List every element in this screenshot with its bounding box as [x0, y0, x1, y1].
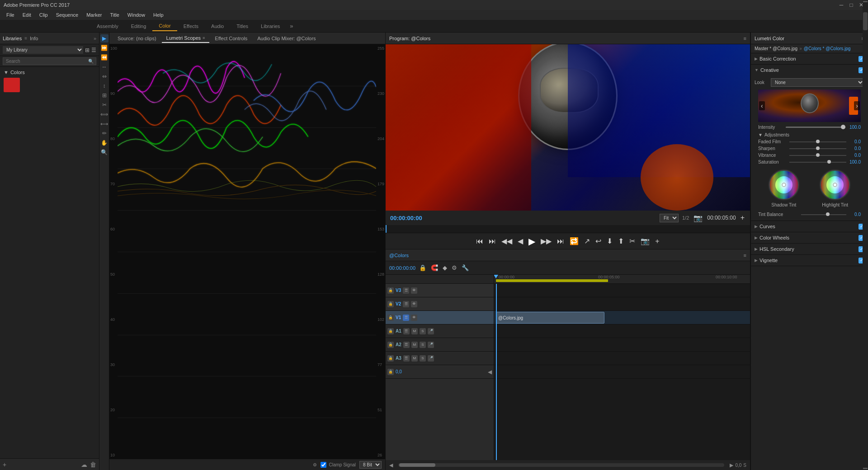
- play-back-btn[interactable]: ◀: [517, 236, 524, 246]
- track-solo-a3[interactable]: S: [420, 355, 426, 362]
- library-dropdown[interactable]: My Library: [3, 46, 83, 54]
- tl-wrench-btn[interactable]: 🔧: [461, 263, 470, 272]
- vibrance-track[interactable]: [789, 155, 846, 156]
- track-toggle-v2[interactable]: ☰: [403, 301, 409, 307]
- track-mute-a2[interactable]: M: [411, 342, 418, 348]
- menu-sequence[interactable]: Sequence: [52, 11, 82, 19]
- track-lock-a1[interactable]: 🔒: [387, 328, 394, 334]
- source-tab[interactable]: Source: (no clips): [113, 34, 161, 42]
- lift-btn[interactable]: ⬆: [617, 236, 625, 246]
- track-record-a1[interactable]: 🎤: [428, 328, 434, 334]
- track-toggle-a2[interactable]: ☰: [403, 342, 410, 348]
- track-lock-v3[interactable]: 🔒: [387, 287, 394, 294]
- slip-tool-btn[interactable]: ⟺: [100, 110, 108, 118]
- library-cloud-btn[interactable]: ☁: [81, 461, 87, 468]
- workspace-more-btn[interactable]: »: [286, 21, 297, 31]
- ripple-edit-btn[interactable]: ↔: [100, 63, 108, 71]
- track-record-a2[interactable]: 🎤: [428, 342, 434, 348]
- extract-btn[interactable]: ✂: [628, 236, 636, 246]
- slide-tool-btn[interactable]: ⟷: [100, 120, 108, 128]
- tab-titles[interactable]: Titles: [230, 22, 255, 31]
- track-visibility-v2[interactable]: 👁: [411, 301, 417, 307]
- library-trash-btn[interactable]: 🗑: [90, 461, 96, 468]
- menu-clip[interactable]: Clip: [36, 11, 52, 19]
- hand-tool-btn[interactable]: ✋: [100, 139, 108, 147]
- track-mute-a3[interactable]: M: [411, 355, 418, 362]
- tab-assembly[interactable]: Assembly: [90, 22, 125, 31]
- tab-libraries-lib[interactable]: Libraries: [3, 36, 22, 41]
- menu-window[interactable]: Window: [124, 11, 149, 19]
- track-mute-a1[interactable]: M: [411, 328, 418, 334]
- export-frame-btn[interactable]: ↗: [583, 236, 591, 246]
- track-backward-btn[interactable]: ⏪: [100, 53, 108, 61]
- libraries-menu-icon[interactable]: ≡: [24, 36, 27, 41]
- menu-title[interactable]: Title: [106, 11, 123, 19]
- rolling-edit-btn[interactable]: ⇔: [100, 72, 108, 80]
- effect-controls-tab[interactable]: Effect Controls: [210, 34, 252, 42]
- preview-next-btn[interactable]: ›: [854, 101, 860, 110]
- track-lock-v2[interactable]: 🔒: [387, 301, 394, 307]
- tab-libraries[interactable]: Libraries: [255, 22, 286, 31]
- saturation-thumb[interactable]: [827, 160, 831, 164]
- color-swatch-red[interactable]: [4, 78, 20, 92]
- pen-tool-btn[interactable]: ✏: [100, 129, 108, 137]
- track-toggle-a3[interactable]: ☰: [403, 355, 410, 362]
- track-solo-a2[interactable]: S: [420, 342, 426, 348]
- track-lock-v1[interactable]: 🔒: [387, 315, 394, 321]
- shadow-tint-wheel[interactable]: [768, 169, 800, 201]
- play-forward-btn[interactable]: ▶▶: [540, 236, 552, 246]
- timeline-scroll-bar[interactable]: [398, 463, 724, 467]
- maximize-btn[interactable]: □: [848, 2, 854, 8]
- highlight-tint-wheel[interactable]: [819, 169, 851, 201]
- tab-color[interactable]: Color: [152, 21, 177, 31]
- tl-settings-btn[interactable]: ⚙: [451, 263, 458, 272]
- loop-btn[interactable]: 🔁: [569, 236, 580, 246]
- intensity-slider-track[interactable]: [786, 127, 845, 128]
- track-visibility-v3[interactable]: 👁: [411, 287, 417, 294]
- step-back-btn[interactable]: ⏭: [488, 236, 497, 246]
- minimize-btn[interactable]: ─: [838, 2, 844, 8]
- window-controls[interactable]: ─ □ ✕: [838, 2, 864, 8]
- add-marker-transport-btn[interactable]: +: [654, 236, 660, 246]
- look-dropdown[interactable]: None: [771, 78, 864, 87]
- tab-info[interactable]: Info: [30, 36, 38, 41]
- saturation-track[interactable]: [789, 162, 846, 163]
- track-toggle-a1[interactable]: ☰: [403, 328, 410, 334]
- library-add-btn[interactable]: +: [3, 461, 6, 468]
- track-forward-btn[interactable]: ⏩: [100, 44, 108, 52]
- lumetri-scopes-menu[interactable]: ≡: [203, 36, 205, 40]
- select-tool-btn[interactable]: ▶: [100, 34, 108, 42]
- track-solo-a1[interactable]: S: [420, 328, 426, 334]
- work-area-bar[interactable]: [496, 279, 608, 282]
- insert-btn[interactable]: ↩: [594, 236, 602, 246]
- track-toggle-v3[interactable]: ☰: [403, 287, 409, 294]
- rate-stretch-btn[interactable]: ↕: [100, 82, 108, 90]
- clip-colors-jpg[interactable]: @Colors.jpg: [496, 312, 604, 324]
- tab-audio[interactable]: Audio: [205, 22, 230, 31]
- search-input[interactable]: [3, 57, 96, 65]
- tl-lock-btn[interactable]: 🔒: [418, 263, 427, 272]
- overwrite-btn[interactable]: ⬇: [606, 236, 613, 246]
- preview-prev-btn[interactable]: ‹: [759, 101, 765, 110]
- rewind-btn[interactable]: ◀◀: [500, 236, 513, 246]
- zoom-tool-btn[interactable]: 🔍: [100, 148, 108, 156]
- track-lock-bottom[interactable]: 🔒: [387, 369, 394, 375]
- lumetri-scopes-tab[interactable]: Lumetri Scopes ≡: [162, 34, 210, 43]
- timeline-bottom-scroll-right[interactable]: ▶: [730, 462, 733, 468]
- hsl-secondary-header[interactable]: ▶ HSL Secondary ✓: [751, 244, 868, 254]
- lumetri-scroll-area[interactable]: Master * @Colors.jpg » @Colors * @Colors…: [751, 44, 868, 470]
- tab-effects[interactable]: Effects: [177, 22, 205, 31]
- vibrance-thumb[interactable]: [816, 153, 820, 157]
- add-marker-btn[interactable]: +: [740, 213, 745, 223]
- basic-correction-header[interactable]: ▶ Basic Correction ✓: [751, 53, 868, 64]
- program-monitor-menu[interactable]: ≡: [744, 36, 746, 41]
- lib-grid-view-btn[interactable]: ⊞: [85, 47, 90, 53]
- track-lock-a2[interactable]: 🔒: [387, 342, 394, 348]
- camera-capture-btn[interactable]: 📷: [640, 236, 651, 246]
- path-master[interactable]: Master * @Colors.jpg: [755, 46, 797, 51]
- faded-film-track[interactable]: [789, 141, 846, 142]
- timeline-menu-btn[interactable]: ≡: [744, 253, 746, 258]
- menu-file[interactable]: File: [3, 11, 18, 19]
- tl-marker-btn[interactable]: ◆: [442, 263, 448, 272]
- go-to-in-btn[interactable]: ⏮: [475, 236, 484, 246]
